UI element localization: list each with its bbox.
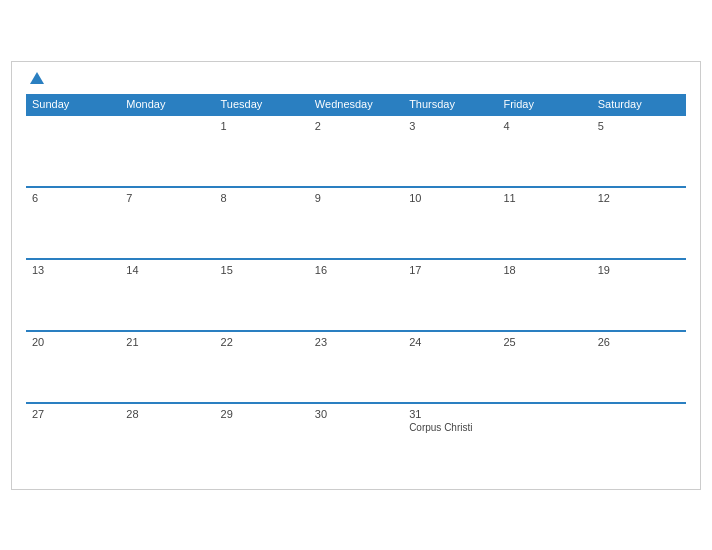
calendar-cell: 9	[309, 187, 403, 259]
weekday-header-wednesday: Wednesday	[309, 94, 403, 115]
day-number: 14	[126, 264, 208, 276]
calendar-cell: 23	[309, 331, 403, 403]
calendar-cell: 19	[592, 259, 686, 331]
calendar-cell: 10	[403, 187, 497, 259]
weekday-header-row: SundayMondayTuesdayWednesdayThursdayFrid…	[26, 94, 686, 115]
day-number: 6	[32, 192, 114, 204]
day-number: 27	[32, 408, 114, 420]
calendar-cell: 14	[120, 259, 214, 331]
day-number: 3	[409, 120, 491, 132]
calendar-cell: 15	[215, 259, 309, 331]
calendar-cell: 18	[497, 259, 591, 331]
logo-triangle-icon	[30, 72, 44, 84]
day-number: 5	[598, 120, 680, 132]
calendar-cell: 22	[215, 331, 309, 403]
calendar-cell	[120, 115, 214, 187]
calendar-cell: 17	[403, 259, 497, 331]
calendar-cell: 26	[592, 331, 686, 403]
weekday-header-saturday: Saturday	[592, 94, 686, 115]
weekday-header-friday: Friday	[497, 94, 591, 115]
calendar-cell	[26, 115, 120, 187]
calendar-cell: 25	[497, 331, 591, 403]
weekday-header-sunday: Sunday	[26, 94, 120, 115]
weekday-header-monday: Monday	[120, 94, 214, 115]
day-number: 20	[32, 336, 114, 348]
calendar-cell: 21	[120, 331, 214, 403]
calendar-cell: 20	[26, 331, 120, 403]
calendar-cell	[497, 403, 591, 475]
day-number: 28	[126, 408, 208, 420]
calendar-cell: 5	[592, 115, 686, 187]
calendar-grid: SundayMondayTuesdayWednesdayThursdayFrid…	[26, 94, 686, 475]
calendar-cell: 4	[497, 115, 591, 187]
day-number: 31	[409, 408, 491, 420]
calendar-header	[26, 72, 686, 84]
day-number: 21	[126, 336, 208, 348]
day-number: 8	[221, 192, 303, 204]
calendar-cell	[592, 403, 686, 475]
calendar-cell: 31Corpus Christi	[403, 403, 497, 475]
calendar-cell: 3	[403, 115, 497, 187]
day-number: 24	[409, 336, 491, 348]
day-number: 7	[126, 192, 208, 204]
calendar-cell: 1	[215, 115, 309, 187]
calendar-cell: 2	[309, 115, 403, 187]
calendar-cell: 27	[26, 403, 120, 475]
day-number: 29	[221, 408, 303, 420]
day-number: 15	[221, 264, 303, 276]
weekday-header-thursday: Thursday	[403, 94, 497, 115]
calendar-cell: 30	[309, 403, 403, 475]
day-number: 17	[409, 264, 491, 276]
day-number: 2	[315, 120, 397, 132]
calendar-cell: 13	[26, 259, 120, 331]
day-number: 23	[315, 336, 397, 348]
week-row-2: 6789101112	[26, 187, 686, 259]
event-label: Corpus Christi	[409, 422, 491, 433]
calendar-cell: 16	[309, 259, 403, 331]
calendar-cell: 11	[497, 187, 591, 259]
calendar-cell: 12	[592, 187, 686, 259]
day-number: 30	[315, 408, 397, 420]
day-number: 19	[598, 264, 680, 276]
logo	[26, 72, 44, 84]
calendar-cell: 28	[120, 403, 214, 475]
day-number: 13	[32, 264, 114, 276]
day-number: 18	[503, 264, 585, 276]
logo-blue-text	[26, 72, 44, 84]
calendar-cell: 6	[26, 187, 120, 259]
day-number: 10	[409, 192, 491, 204]
week-row-5: 2728293031Corpus Christi	[26, 403, 686, 475]
week-row-3: 13141516171819	[26, 259, 686, 331]
day-number: 22	[221, 336, 303, 348]
calendar-cell: 7	[120, 187, 214, 259]
weekday-header-tuesday: Tuesday	[215, 94, 309, 115]
day-number: 11	[503, 192, 585, 204]
day-number: 9	[315, 192, 397, 204]
week-row-1: 12345	[26, 115, 686, 187]
day-number: 26	[598, 336, 680, 348]
calendar-container: SundayMondayTuesdayWednesdayThursdayFrid…	[11, 61, 701, 490]
calendar-cell: 24	[403, 331, 497, 403]
day-number: 25	[503, 336, 585, 348]
day-number: 12	[598, 192, 680, 204]
week-row-4: 20212223242526	[26, 331, 686, 403]
calendar-cell: 8	[215, 187, 309, 259]
calendar-cell: 29	[215, 403, 309, 475]
day-number: 16	[315, 264, 397, 276]
day-number: 4	[503, 120, 585, 132]
day-number: 1	[221, 120, 303, 132]
